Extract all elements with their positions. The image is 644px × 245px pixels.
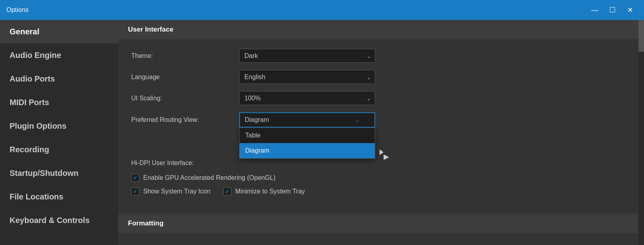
- routing-view-option-diagram[interactable]: Diagram ▶: [240, 143, 375, 158]
- show-tray-label: Show System Tray Icon: [143, 188, 210, 195]
- sidebar-item-general[interactable]: General: [0, 20, 118, 44]
- user-interface-header: User Interface: [118, 20, 644, 39]
- ui-scaling-label: UI Scaling:: [131, 95, 239, 102]
- main-layout: General Audio Engine Audio Ports MIDI Po…: [0, 20, 644, 245]
- sidebar: General Audio Engine Audio Ports MIDI Po…: [0, 20, 118, 245]
- scrollbar-thumb[interactable]: [638, 20, 644, 52]
- routing-view-option-table[interactable]: Table: [240, 128, 375, 143]
- routing-view-select-box[interactable]: Diagram ⌄: [239, 112, 375, 127]
- language-select[interactable]: English German French Spanish: [239, 70, 375, 84]
- sidebar-item-audio-engine[interactable]: Audio Engine: [0, 44, 118, 67]
- close-button[interactable]: ✕: [622, 4, 638, 16]
- gpu-checkbox-item[interactable]: Enable GPU Accelerated Rendering (OpenGL…: [131, 174, 276, 182]
- settings-body: Theme: Dark Light System ⌄ Language Engl…: [118, 39, 644, 211]
- content-area: User Interface Theme: Dark Light System …: [118, 20, 644, 245]
- hi-dpi-row: Hi-DPI User Interface:: [131, 159, 631, 167]
- gpu-checkbox-row: Enable GPU Accelerated Rendering (OpenGL…: [131, 174, 631, 182]
- minimize-tray-checkbox[interactable]: [223, 187, 231, 195]
- title-bar: Options — ☐ ✕: [0, 0, 644, 20]
- theme-select[interactable]: Dark Light System: [239, 49, 375, 63]
- cursor-icon: ▶: [380, 149, 384, 155]
- sidebar-item-plugin-options[interactable]: Plugin Options: [0, 114, 118, 138]
- app-title: Options: [6, 6, 28, 14]
- ui-scaling-select-wrapper: 75% 100% 125% 150% 200% ⌄: [239, 91, 375, 105]
- ui-scaling-row: UI Scaling: 75% 100% 125% 150% 200% ⌄: [131, 91, 631, 105]
- maximize-button[interactable]: ☐: [605, 4, 620, 16]
- theme-row: Theme: Dark Light System ⌄: [131, 49, 631, 63]
- show-tray-checkbox-item[interactable]: Show System Tray Icon: [131, 187, 210, 195]
- minimize-tray-label: Minimize to System Tray: [235, 188, 305, 195]
- routing-view-label: Preferred Routing View:: [131, 116, 239, 123]
- minimize-button[interactable]: —: [587, 4, 602, 16]
- sidebar-item-startup-shutdown[interactable]: Startup/Shutdown: [0, 161, 118, 185]
- gpu-checkbox[interactable]: [131, 174, 139, 182]
- routing-view-chevron-icon: ⌄: [355, 117, 360, 123]
- title-bar-left: Options: [6, 6, 28, 14]
- gpu-checkbox-label: Enable GPU Accelerated Rendering (OpenGL…: [143, 174, 276, 181]
- routing-view-dropdown: Table Diagram ▶: [239, 127, 375, 159]
- ui-scaling-select[interactable]: 75% 100% 125% 150% 200%: [239, 91, 375, 105]
- sidebar-item-file-locations[interactable]: File Locations: [0, 185, 118, 209]
- minimize-tray-checkbox-item[interactable]: Minimize to System Tray: [223, 187, 305, 195]
- sidebar-item-keyboard-controls[interactable]: Keyboard & Controls: [0, 209, 118, 232]
- sidebar-item-recording[interactable]: Recording: [0, 138, 118, 161]
- sidebar-item-midi-ports[interactable]: MIDI Ports: [0, 91, 118, 114]
- language-select-wrapper: English German French Spanish ⌄: [239, 70, 375, 84]
- hi-dpi-label: Hi-DPI User Interface:: [131, 159, 239, 167]
- formatting-header: Formatting: [118, 214, 644, 233]
- tray-checkbox-row: Show System Tray Icon Minimize to System…: [131, 187, 631, 195]
- language-row: Language English German French Spanish ⌄: [131, 70, 631, 84]
- show-tray-checkbox[interactable]: [131, 187, 139, 195]
- sidebar-item-audio-ports[interactable]: Audio Ports: [0, 67, 118, 91]
- title-bar-controls: — ☐ ✕: [587, 4, 638, 16]
- language-label: Language: [131, 74, 239, 81]
- routing-view-row: Preferred Routing View: Diagram ⌄ Table …: [131, 112, 631, 127]
- routing-view-select-container: Diagram ⌄ Table Diagram ▶: [239, 112, 375, 127]
- scrollbar[interactable]: [638, 20, 644, 245]
- theme-label: Theme:: [131, 52, 239, 60]
- theme-select-wrapper: Dark Light System ⌄: [239, 49, 375, 63]
